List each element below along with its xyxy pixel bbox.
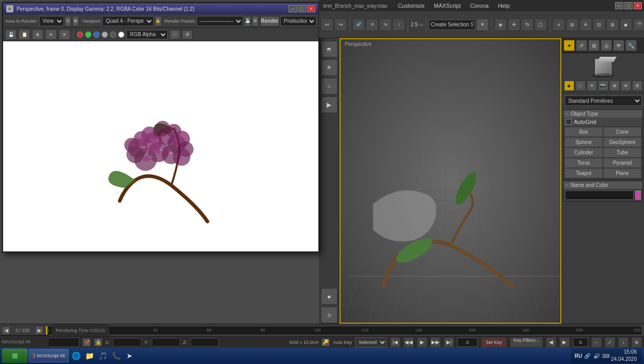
rw-maximize-btn[interactable]: □ [298,5,306,12]
nav-btn1[interactable]: ↔ [591,337,602,347]
media-icon[interactable]: 🎵 [96,350,109,362]
timeline-track[interactable]: 0 20 40 60 80 100 120 140 160 180 200 22… [45,326,642,335]
create-tab[interactable]: ✦ [564,40,575,51]
mono-channel-dot[interactable] [110,31,116,38]
play-btn[interactable]: ▶ [417,337,427,347]
helpers-icon[interactable]: ⊕ [609,81,620,91]
arc-rotate-btn[interactable]: ◓ [321,41,337,57]
area-auto-btn[interactable]: ⊠ [72,16,79,26]
shapes-icon[interactable]: ○ [575,81,586,91]
extra-next-btn[interactable]: ▶ [559,337,570,347]
motion-tab[interactable]: ◎ [601,40,612,51]
channel-select[interactable]: RGB Alpha [126,30,168,39]
menu-help[interactable]: Help [494,2,514,10]
modify-tab[interactable]: ✐ [576,40,587,51]
viewport-select[interactable]: Quad 4 - Perspec [102,16,154,26]
prev-frame-btn[interactable]: ◀◀ [404,337,414,347]
taskbar-3dsmax-btn[interactable]: 3 MAXScript Mi [29,349,69,362]
menu-maxscript[interactable]: MAXScript [430,2,465,10]
extra-prev-btn[interactable]: ◀ [546,337,556,347]
standard-primitives-select[interactable]: Standard Primitives [565,96,642,106]
z-input[interactable] [190,338,219,346]
color-channel-dot[interactable] [118,31,124,38]
copy-image-btn[interactable]: 📋 [19,29,30,40]
y-input[interactable] [152,338,180,346]
go-start-btn[interactable]: |◀ [390,337,400,347]
torus-btn[interactable]: Torus [565,158,603,168]
start-button[interactable]: ⊞ [2,349,28,363]
autogrid-checkbox[interactable] [566,119,572,125]
arrow-icon[interactable]: ➤ [123,350,136,362]
lights-icon[interactable]: ☀ [587,81,597,91]
display-tab[interactable]: 👁 [613,40,624,51]
sphere-btn[interactable]: Sphere [565,137,603,147]
go-end-btn[interactable]: ▶| [444,337,454,347]
snap-percent-btn[interactable]: % [379,19,392,31]
name-input[interactable] [565,191,634,200]
end-frame-input[interactable] [573,338,588,347]
green-channel-dot[interactable] [85,31,91,38]
ie-icon[interactable]: 🌐 [70,350,82,362]
sphere-btn[interactable]: ○ [321,78,337,94]
layer-btn[interactable]: ≡ [553,19,565,31]
create-selection-btn[interactable]: ▼ [476,19,489,31]
pin-btn[interactable]: 📌 [83,338,91,346]
redo-btn[interactable]: ↪ [334,19,347,31]
render-preset-save-btn[interactable]: 💾 [244,16,251,26]
hierarchy-tab[interactable]: ⊞ [588,40,600,51]
systems-icon[interactable]: ⚙ [632,81,642,91]
blue-channel-dot[interactable] [93,31,100,38]
group-btn[interactable]: ⊟ [593,19,605,31]
render-preset-load-btn[interactable]: ⚙ [252,16,259,26]
snap-angle-btn[interactable]: ⟲ [366,19,378,31]
timeline-next-btn[interactable]: ▶ [35,326,43,335]
teapot-btn[interactable]: Teapot [565,168,603,178]
alpha-channel-dot[interactable] [102,31,108,38]
save-image-btn[interactable]: 💾 [5,29,17,40]
cylinder-btn[interactable]: Cylinder [565,148,603,157]
pyramid-btn[interactable]: Pyramid [603,158,641,168]
rw-close-btn[interactable]: ✕ [307,5,315,12]
play-viewport-btn[interactable]: ▶ [321,97,337,113]
channel-btn1[interactable]: □ [170,30,180,39]
bg-close-btn[interactable]: ✕ [634,2,642,9]
tube-btn[interactable]: Tube [603,148,641,157]
nav-btn3[interactable]: ↕ [618,337,629,347]
clear-btn[interactable]: ✕ [45,29,57,40]
viewport-lock-btn[interactable]: 🔒 [155,16,162,26]
nav-btn2[interactable]: ⤢ [605,337,615,347]
align-btn[interactable]: ≜ [579,19,592,31]
render-window-titlebar[interactable]: R Perspective, frame 0, Display Gamma: 2… [3,3,318,14]
select-btn[interactable]: ◈ [494,19,507,31]
cameras-icon[interactable]: 📷 [598,81,608,91]
area-to-render-select[interactable]: View [39,16,64,26]
folder-icon[interactable]: 📁 [83,350,95,362]
open-schematic-btn[interactable]: ⊞ [606,19,619,31]
snap-spinner-btn[interactable]: ↕ [393,19,405,31]
spacewarps-icon[interactable]: ≋ [621,81,631,91]
phone-icon[interactable]: 📞 [110,350,122,362]
move-btn[interactable]: ✛ [508,19,520,31]
bg-minimize-btn[interactable]: ─ [615,2,623,9]
plane-btn[interactable]: Plane [603,168,641,178]
bottom-sidebar-btn2[interactable]: ⊙ [321,307,337,323]
network-icon[interactable]: 🔗 [583,352,591,360]
utilities-tab[interactable]: 🔧 [625,40,637,51]
scale-btn[interactable]: ⬡ [535,19,547,31]
color-swatch[interactable] [635,191,641,200]
sun-light-btn[interactable]: ☀ [321,59,337,76]
mirror-btn[interactable]: ⊞ [566,19,578,31]
rotate-btn[interactable]: ↻ [521,19,534,31]
red-channel-dot[interactable] [77,31,83,38]
current-frame-input[interactable] [457,338,478,347]
snap-3d-btn[interactable]: 🔗 [352,19,365,31]
production-select[interactable]: Production [280,16,316,26]
channel-btn2[interactable]: ⊞ [182,30,192,39]
cone-btn[interactable]: Cone [603,127,641,137]
undo-btn[interactable]: ↩ [321,19,333,31]
lock-selection-btn[interactable]: 🔒 [94,338,102,346]
next-frame-btn[interactable]: ▶▶ [430,337,441,347]
geosphere-btn[interactable]: GeoSphere [603,137,641,147]
menu-customize[interactable]: Customize [394,2,429,10]
rw-minimize-btn[interactable]: ─ [288,5,297,12]
